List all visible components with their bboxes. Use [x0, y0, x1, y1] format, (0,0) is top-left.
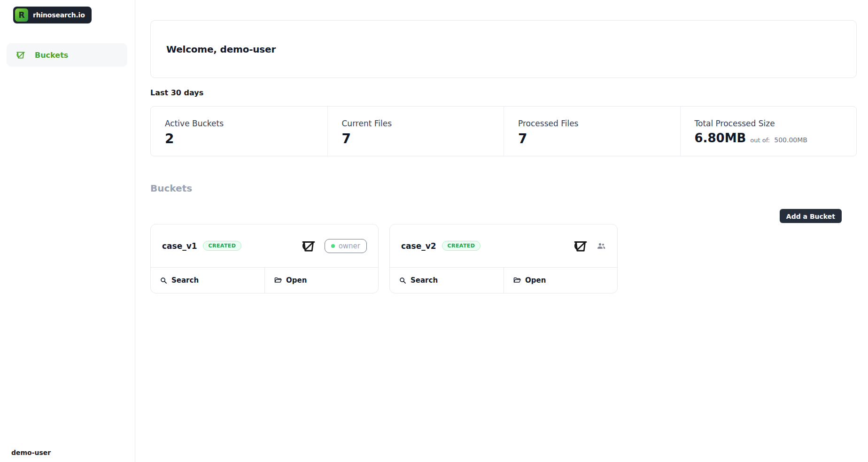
- bucket-icon: [572, 237, 589, 255]
- add-bucket-row: Add a Bucket: [150, 209, 857, 223]
- welcome-title: Welcome, demo-user: [166, 44, 276, 55]
- owner-badge: owner: [325, 239, 367, 253]
- main-content: Welcome, demo-user Last 30 days Active B…: [135, 20, 868, 293]
- bucket-card-header: case_v2 CREATED: [390, 224, 617, 267]
- buckets-section-heading: Buckets: [150, 183, 857, 194]
- brand-logo[interactable]: R rhinosearch.io: [13, 7, 92, 23]
- stat-value: 7: [518, 131, 680, 146]
- bucket-cards-row: case_v1 CREATED owner: [150, 224, 857, 293]
- stat-processed-files: Processed Files 7: [504, 107, 680, 156]
- stat-total-processed-size: Total Processed Size 6.80MB out of: 500.…: [680, 107, 857, 156]
- stat-value: 7: [342, 131, 504, 146]
- stat-quota: 500.00MB: [774, 136, 807, 144]
- open-folder-icon: [513, 277, 521, 284]
- owner-dot-icon: [331, 244, 335, 248]
- stat-out-of-label: out of:: [750, 137, 770, 144]
- sidebar-item-label: Buckets: [35, 51, 68, 60]
- stat-label: Current Files: [342, 119, 504, 128]
- search-icon: [160, 277, 167, 284]
- stat-current-files: Current Files 7: [327, 107, 504, 156]
- bucket-card-footer: Search Open: [390, 267, 617, 293]
- bucket-icon: [15, 49, 26, 61]
- stat-value: 6.80MB: [695, 131, 746, 145]
- brand-name: rhinosearch.io: [33, 11, 85, 19]
- bucket-open-action[interactable]: Open: [504, 268, 617, 293]
- bucket-search-action[interactable]: Search: [151, 268, 264, 293]
- stat-label: Total Processed Size: [695, 119, 857, 128]
- sidebar-username: demo-user: [11, 449, 51, 456]
- stat-active-buckets: Active Buckets 2: [151, 107, 327, 156]
- status-badge: CREATED: [203, 241, 242, 251]
- bucket-search-action[interactable]: Search: [390, 268, 504, 293]
- people-icon: [597, 242, 606, 250]
- bucket-icon: [300, 237, 317, 255]
- bucket-name: case_v1: [162, 241, 197, 251]
- add-bucket-button[interactable]: Add a Bucket: [780, 209, 842, 223]
- search-icon: [399, 277, 406, 284]
- brand-logo-letter: R: [18, 10, 24, 20]
- action-label: Open: [525, 276, 546, 285]
- bucket-title-group: case_v2 CREATED: [401, 241, 480, 251]
- bucket-name: case_v2: [401, 241, 436, 251]
- period-label: Last 30 days: [150, 88, 857, 97]
- action-label: Search: [171, 276, 199, 285]
- action-label: Open: [286, 276, 307, 285]
- bucket-card-header: case_v1 CREATED owner: [151, 224, 378, 267]
- bucket-open-action[interactable]: Open: [264, 268, 378, 293]
- stat-label: Active Buckets: [165, 119, 327, 128]
- action-label: Search: [411, 276, 438, 285]
- bucket-icons-group: owner: [300, 237, 367, 255]
- bucket-card-case_v1: case_v1 CREATED owner: [150, 224, 379, 293]
- bucket-card-footer: Search Open: [151, 267, 378, 293]
- stat-value-row: 6.80MB out of: 500.00MB: [695, 131, 857, 145]
- owner-label: owner: [339, 242, 360, 250]
- status-badge: CREATED: [442, 241, 481, 251]
- open-folder-icon: [274, 277, 282, 284]
- sidebar-item-buckets[interactable]: Buckets: [7, 43, 127, 67]
- bucket-card-case_v2: case_v2 CREATED: [389, 224, 618, 293]
- bucket-title-group: case_v1 CREATED: [162, 241, 241, 251]
- bucket-icons-group: [572, 237, 606, 255]
- welcome-card: Welcome, demo-user: [150, 20, 857, 78]
- stat-label: Processed Files: [518, 119, 680, 128]
- brand-logo-icon: R: [15, 8, 28, 22]
- stat-value: 2: [165, 131, 327, 146]
- sidebar: R rhinosearch.io Buckets demo-user: [0, 0, 135, 462]
- stats-panel: Active Buckets 2 Current Files 7 Process…: [150, 106, 857, 156]
